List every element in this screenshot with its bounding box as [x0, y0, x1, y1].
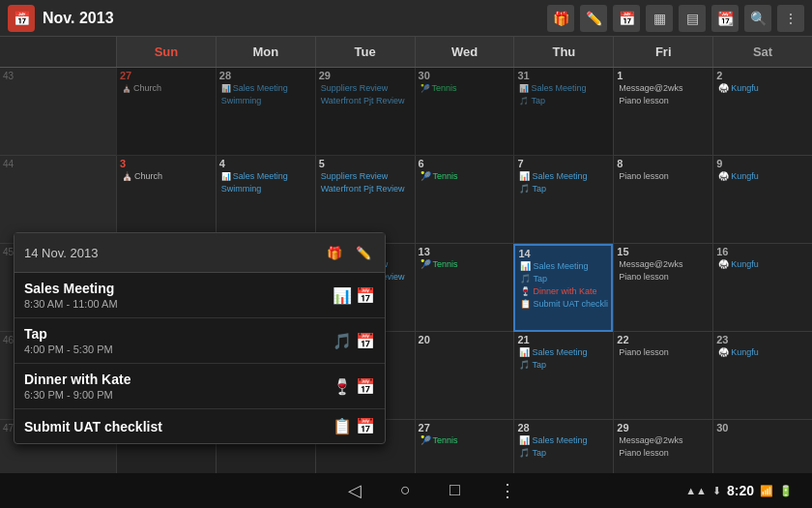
status-bar-right: ▲▲ ⬇ 8:20 📶 🔋 — [685, 483, 793, 498]
cell-nov16[interactable]: 16🥋Kungfu — [712, 244, 812, 332]
app-icon: 📅 — [8, 5, 35, 32]
edit-icon[interactable]: ✏️ — [580, 5, 607, 32]
popup-event-tap-time: 4:00 PM - 5:30 PM — [24, 344, 323, 355]
popup-event-dinner-time: 6:30 PM - 9:00 PM — [24, 389, 323, 401]
cell-oct31[interactable]: 31📊Sales Meeting🎵Tap — [513, 68, 613, 156]
list-icon[interactable]: ▤ — [679, 5, 706, 32]
cell-nov13[interactable]: 13🎾Tennis — [415, 244, 514, 332]
download-icon: ⬇ — [712, 485, 721, 497]
popup-gift-icon[interactable]: 🎁 — [323, 241, 346, 264]
cell-oct30[interactable]: 30🎾Tennis — [415, 68, 514, 156]
cell-nov14[interactable]: 14📊Sales Meeting🎵Tap🍷Dinner with Kate📋Su… — [513, 244, 613, 332]
back-button[interactable]: ◁ — [348, 480, 362, 501]
popup-event-tap-title: Tap — [24, 326, 323, 342]
time-display: 8:20 — [727, 483, 754, 498]
popup-event-dinner[interactable]: Dinner with Kate 6:30 PM - 9:00 PM 🍷 📅 — [14, 364, 385, 409]
popup-event-tap-info: Tap 4:00 PM - 5:30 PM — [24, 326, 323, 355]
top-bar: 📅 Nov. 2013 🎁 ✏️ 📅 ▦ ▤ 📆 🔍 ⋮ — [0, 0, 812, 37]
cell-nov3[interactable]: 3⛪Church — [116, 156, 216, 244]
week-num-header — [0, 37, 116, 67]
header-tue: Tue — [315, 37, 415, 67]
popup-event-sales-icons: 📊 📅 — [333, 286, 375, 305]
grid-icon[interactable]: ▦ — [646, 5, 673, 32]
week-44: 44 — [0, 156, 116, 244]
cell-oct28[interactable]: 28📊Sales MeetingSwimming — [216, 68, 315, 156]
recent-button[interactable]: □ — [450, 480, 460, 501]
toolbar-icons: 🎁 ✏️ 📅 ▦ ▤ 📆 🔍 ⋮ — [547, 5, 804, 32]
music-icon: 🎵 — [333, 332, 352, 350]
cell-nov15[interactable]: 15Message@2wksPiano lesson — [613, 244, 712, 332]
popup-event-dinner-title: Dinner with Kate — [24, 372, 323, 387]
cell-nov20[interactable]: 20 — [415, 332, 514, 420]
cell-nov21[interactable]: 21📊Sales Meeting🎵Tap — [513, 332, 613, 420]
header-fri: Fri — [613, 37, 712, 67]
popup-event-tap-icons: 🎵 📅 — [333, 332, 375, 350]
popup-header-icons: 🎁 ✏️ — [323, 241, 375, 264]
calendar-event-icon2: 📅 — [356, 332, 375, 350]
cell-nov22[interactable]: 22Piano lesson — [613, 332, 712, 420]
header-sat: Sat — [712, 37, 812, 67]
popup-event-sales-info: Sales Meeting 8:30 AM - 11:00 AM — [24, 281, 323, 310]
cell-nov23[interactable]: 23🥋Kungfu — [712, 332, 812, 420]
cell-oct29[interactable]: 29Suppliers ReviewWaterfront Pjt Review — [315, 68, 415, 156]
popup-header: 14 Nov. 2013 🎁 ✏️ — [14, 233, 385, 273]
cell-nov7[interactable]: 7📊Sales Meeting🎵Tap — [513, 156, 613, 244]
header-sun: Sun — [116, 37, 216, 67]
popup-event-uat[interactable]: Submit UAT checklist 📋 📅 — [14, 409, 385, 443]
gift-icon[interactable]: 🎁 — [547, 5, 574, 32]
wifi-icon: 📶 — [760, 485, 773, 497]
popup-event-uat-info: Submit UAT checklist — [24, 419, 323, 434]
event-popup: 14 Nov. 2013 🎁 ✏️ Sales Meeting 8:30 AM … — [14, 232, 386, 444]
cell-nov5[interactable]: 5Suppliers ReviewWaterfront Pjt Review — [315, 156, 415, 244]
signal-icon: ▲▲ — [685, 485, 707, 496]
cell-nov1[interactable]: 1Message@2wksPiano lesson — [613, 68, 712, 156]
home-button[interactable]: ○ — [400, 480, 411, 501]
cell-nov4[interactable]: 4📊Sales MeetingSwimming — [216, 156, 315, 244]
header-wed: Wed — [415, 37, 514, 67]
cell-nov6[interactable]: 6🎾Tennis — [415, 156, 514, 244]
menu-button[interactable]: ⋮ — [499, 480, 516, 501]
calendar-event-icon: 📅 — [356, 286, 375, 305]
android-nav-bar: ◁ ○ □ ⋮ ▲▲ ⬇ 8:20 📶 🔋 — [0, 473, 812, 508]
nav-buttons: ◁ ○ □ ⋮ — [348, 480, 516, 501]
popup-edit-icon[interactable]: ✏️ — [352, 241, 375, 264]
popup-event-sales-title: Sales Meeting — [24, 281, 323, 296]
popup-event-dinner-icons: 🍷 📅 — [333, 377, 375, 396]
popup-event-tap[interactable]: Tap 4:00 PM - 5:30 PM 🎵 📅 — [14, 318, 385, 364]
more-icon[interactable]: ⋮ — [777, 5, 804, 32]
cell-oct27[interactable]: 27⛪Church — [116, 68, 216, 156]
month-title: Nov. 2013 — [43, 10, 547, 27]
month-icon[interactable]: 📆 — [711, 5, 739, 32]
popup-event-dinner-info: Dinner with Kate 6:30 PM - 9:00 PM — [24, 372, 323, 401]
cell-nov2[interactable]: 2🥋Kungfu — [712, 68, 812, 156]
cell-nov8[interactable]: 8Piano lesson — [613, 156, 712, 244]
search-icon[interactable]: 🔍 — [744, 5, 771, 32]
checklist-icon: 📋 — [333, 417, 352, 435]
popup-date: 14 Nov. 2013 — [24, 246, 98, 260]
cell-nov9[interactable]: 9🥋Kungfu — [712, 156, 812, 244]
popup-event-sales-meeting[interactable]: Sales Meeting 8:30 AM - 11:00 AM 📊 📅 — [14, 273, 385, 318]
calendar-icon[interactable]: 📅 — [613, 5, 640, 32]
popup-event-uat-icons: 📋 📅 — [333, 417, 375, 435]
bar-chart-icon: 📊 — [333, 286, 352, 305]
day-headers: Sun Mon Tue Wed Thu Fri Sat — [0, 37, 812, 68]
calendar-event-icon4: 📅 — [356, 417, 375, 435]
battery-icon: 🔋 — [779, 485, 793, 497]
header-mon: Mon — [216, 37, 315, 67]
week-43: 43 — [0, 68, 116, 156]
popup-event-sales-time: 8:30 AM - 11:00 AM — [24, 298, 323, 310]
popup-event-uat-title: Submit UAT checklist — [24, 419, 323, 434]
calendar-event-icon3: 📅 — [356, 377, 375, 396]
header-thu: Thu — [513, 37, 613, 67]
wine-icon: 🍷 — [333, 377, 352, 396]
